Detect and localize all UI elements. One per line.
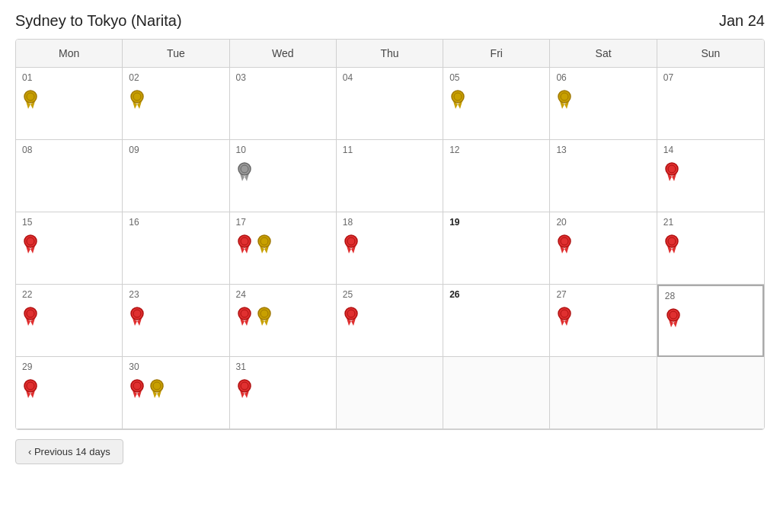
svg-point-66 — [345, 307, 357, 320]
calendar-day-cell — [337, 357, 443, 429]
calendar-day-cell — [443, 357, 550, 429]
award-ribbon-icon — [236, 161, 253, 184]
svg-point-74 — [667, 309, 679, 321]
svg-point-10 — [452, 91, 464, 103]
calendar-day-cell[interactable]: 02 — [123, 68, 229, 140]
award-ribbon-icon — [22, 306, 39, 329]
award-ribbon-icon — [663, 234, 680, 256]
icons-row — [343, 234, 436, 256]
icons-row — [22, 89, 116, 112]
calendar-day-cell: 26 — [443, 285, 550, 357]
day-number: 09 — [129, 145, 222, 155]
calendar-day-cell: 09 — [123, 140, 229, 212]
day-number: 22 — [22, 289, 116, 300]
day-number: 28 — [665, 291, 756, 301]
calendar-day-cell[interactable]: 29 — [16, 357, 123, 429]
calendar-day-cell[interactable]: 05 — [443, 68, 550, 140]
day-number: 19 — [449, 217, 543, 228]
calendar-day-cell[interactable]: 10 — [230, 140, 337, 212]
svg-point-86 — [151, 380, 163, 392]
calendar-day-cell: 16 — [123, 212, 229, 285]
calendar-day-cell[interactable]: 25 — [337, 285, 443, 357]
icons-row — [449, 89, 543, 112]
calendar-day-cell[interactable]: 21 — [657, 212, 764, 285]
award-ribbon-icon — [236, 234, 253, 256]
calendar-day-cell[interactable]: 28 — [657, 285, 764, 357]
icons-row — [129, 306, 222, 329]
calendar-day-cell[interactable]: 27 — [550, 285, 657, 357]
calendar-day-cell[interactable]: 23 — [123, 285, 229, 357]
svg-point-82 — [131, 380, 143, 392]
calendar-day-cell[interactable]: 30 — [123, 357, 229, 429]
day-number: 15 — [22, 217, 116, 228]
calendar-day-cell[interactable]: 31 — [230, 357, 337, 429]
svg-point-26 — [24, 235, 37, 247]
svg-point-70 — [558, 307, 571, 320]
svg-point-54 — [131, 307, 143, 320]
svg-point-22 — [666, 163, 678, 175]
day-number: 06 — [556, 72, 650, 83]
day-number: 24 — [236, 289, 330, 300]
day-number: 30 — [129, 362, 222, 372]
award-ribbon-icon — [236, 306, 253, 329]
calendar: MonTueWedThuFriSatSun 010203040506070809… — [15, 39, 765, 430]
footer: ‹ Previous 14 days — [15, 439, 765, 464]
svg-point-6 — [131, 91, 143, 103]
icons-row — [556, 234, 650, 256]
day-number: 16 — [129, 217, 222, 228]
calendar-day-cell[interactable]: 06 — [550, 68, 657, 140]
icons-row — [22, 306, 116, 329]
svg-point-30 — [238, 235, 251, 247]
calendar-day-cell[interactable]: 17 — [230, 212, 337, 285]
icons-row — [236, 234, 330, 256]
day-of-week-header: Sun — [657, 40, 764, 67]
svg-point-18 — [238, 163, 251, 175]
calendar-body: 0102030405060708091011121314151617181920… — [16, 68, 764, 429]
day-of-week-header: Fri — [443, 40, 550, 67]
award-ribbon-icon — [449, 89, 466, 112]
award-ribbon-icon — [663, 161, 680, 184]
day-number: 25 — [343, 289, 436, 300]
icons-row — [556, 89, 650, 112]
calendar-day-cell — [550, 357, 657, 429]
award-ribbon-icon — [22, 378, 39, 401]
award-ribbon-icon — [665, 307, 682, 330]
award-ribbon-icon — [149, 378, 165, 401]
day-number: 27 — [556, 289, 650, 300]
icons-row — [663, 234, 758, 256]
prev-button[interactable]: ‹ Previous 14 days — [15, 439, 123, 464]
award-ribbon-icon — [236, 378, 253, 401]
calendar-day-cell[interactable]: 15 — [16, 212, 123, 285]
calendar-day-cell[interactable]: 18 — [337, 212, 443, 285]
award-ribbon-icon — [22, 234, 39, 256]
award-ribbon-icon — [343, 234, 360, 256]
day-number: 31 — [236, 362, 330, 372]
svg-point-42 — [558, 235, 571, 247]
svg-point-90 — [238, 380, 251, 392]
calendar-day-cell — [657, 357, 764, 429]
day-number: 07 — [663, 72, 758, 83]
calendar-day-cell[interactable]: 01 — [16, 68, 123, 140]
icons-row — [22, 234, 116, 256]
day-number: 10 — [236, 145, 330, 155]
icons-row — [665, 307, 756, 330]
award-ribbon-icon — [556, 306, 573, 329]
svg-point-14 — [558, 91, 571, 103]
award-ribbon-icon — [129, 306, 145, 329]
calendar-day-cell[interactable]: 24 — [230, 285, 337, 357]
svg-point-34 — [258, 235, 270, 247]
calendar-day-cell[interactable]: 20 — [550, 212, 657, 285]
day-number: 20 — [556, 217, 650, 228]
svg-point-58 — [238, 307, 251, 320]
icons-row — [343, 306, 436, 329]
calendar-day-cell[interactable]: 14 — [657, 140, 764, 212]
icons-row — [129, 378, 222, 401]
calendar-day-cell[interactable]: 22 — [16, 285, 123, 357]
header-date: Jan 24 — [719, 12, 765, 30]
calendar-header: MonTueWedThuFriSatSun — [16, 40, 764, 68]
day-number: 02 — [129, 72, 222, 83]
day-number: 04 — [343, 72, 436, 83]
award-ribbon-icon — [256, 234, 273, 256]
icons-row — [663, 161, 758, 184]
day-number: 03 — [236, 72, 330, 83]
